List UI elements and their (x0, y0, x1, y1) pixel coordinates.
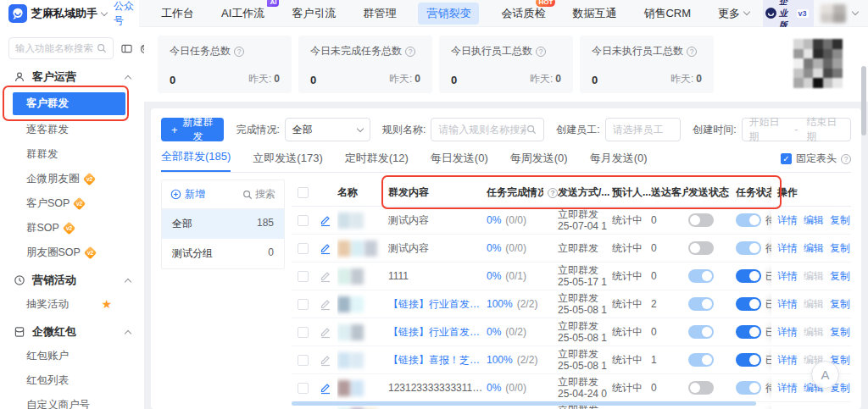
content-link[interactable]: 【链接】行业首发丨... (388, 325, 487, 340)
favorite-star-icon[interactable]: ★ (101, 297, 112, 311)
content-link[interactable]: 【链接】喜报！芝麻... (388, 353, 487, 368)
task-status-toggle[interactable] (736, 269, 761, 283)
row-checkbox[interactable] (298, 355, 309, 366)
nav-item-1[interactable]: 工作台 (161, 6, 194, 21)
new-broadcast-button[interactable]: + 新建群发 (161, 118, 224, 141)
tab-2[interactable]: 立即发送(173) (253, 151, 322, 172)
row-checkbox[interactable] (298, 327, 309, 338)
action-复制[interactable]: 复制 (830, 297, 850, 312)
rule-name-input[interactable]: 请输入规则名称搜索 (431, 118, 544, 141)
row-checkbox[interactable] (298, 271, 309, 282)
action-详情[interactable]: 详情 (777, 297, 798, 312)
collapse-chevron-up-icon[interactable] (125, 278, 131, 285)
send-status-toggle[interactable] (688, 353, 714, 367)
sidebar-item-群SOP[interactable]: 群SOPv2 (13, 218, 125, 238)
creator-select[interactable]: 请选择员工 (605, 118, 682, 141)
brand-chevron-down-icon[interactable] (101, 8, 108, 15)
action-复制[interactable]: 复制 (830, 269, 850, 284)
nav-item-5[interactable]: 营销裂变 (418, 3, 479, 25)
sidebar-section-3[interactable]: 企微红包 (14, 323, 131, 341)
action-详情[interactable]: 详情 (777, 269, 798, 284)
action-详情[interactable]: 详情 (777, 353, 798, 368)
tab-3[interactable]: 定时群发(12) (345, 151, 409, 172)
sidebar-item-抽奖活动[interactable]: 抽奖活动★ (13, 294, 125, 314)
nav-item-9[interactable]: 更多 (718, 6, 749, 21)
send-status-toggle[interactable] (688, 297, 714, 311)
edit-pencil-icon[interactable] (320, 242, 331, 255)
edit-pencil-icon[interactable] (320, 382, 331, 395)
send-status-toggle[interactable] (688, 325, 714, 339)
action-复制[interactable]: 复制 (830, 213, 850, 228)
sidebar-section-2[interactable]: 营销活动 (14, 271, 131, 290)
sidebar-search-input[interactable]: 输入功能名称搜索 (8, 37, 114, 59)
sidebar-item-自定义商户号[interactable]: 自定义商户号 (13, 395, 125, 409)
nav-item-3[interactable]: 客户引流 (292, 6, 336, 21)
send-status-toggle[interactable] (688, 269, 714, 283)
task-status-toggle[interactable] (736, 353, 761, 367)
completion-percent[interactable]: 0% (487, 214, 501, 226)
send-status-toggle[interactable] (688, 241, 714, 255)
task-status-toggle[interactable] (736, 381, 761, 395)
official-account-link[interactable]: 公众号 (114, 0, 134, 28)
action-详情[interactable]: 详情 (777, 213, 798, 228)
action-编辑[interactable]: 编辑 (804, 213, 824, 228)
sidebar-item-红包列表[interactable]: 红包列表 (13, 370, 125, 390)
content-link[interactable]: 【链接】行业首发丨... (388, 297, 487, 312)
action-复制[interactable]: 复制 (830, 325, 850, 340)
action-详情[interactable]: 详情 (777, 325, 798, 340)
completion-percent[interactable]: 0% (487, 326, 501, 338)
action-编辑[interactable]: 编辑 (804, 325, 824, 340)
sidebar-item-朋友圈SOP[interactable]: 朋友圈SOPv2 (13, 242, 125, 263)
tab-6[interactable]: 每月发送(0) (590, 151, 648, 172)
sidebar-item-客户SOP[interactable]: 客户SOPv2 (13, 193, 125, 213)
user-avatar[interactable] (821, 4, 846, 23)
send-status-toggle[interactable] (688, 381, 714, 395)
collapse-chevron-up-icon[interactable] (125, 75, 131, 81)
nav-item-6[interactable]: 会话质检HOT (501, 6, 545, 21)
edit-pencil-icon[interactable] (320, 214, 331, 227)
account-chevron-down-icon[interactable] (852, 8, 859, 15)
action-编辑[interactable]: 编辑 (804, 241, 824, 256)
completion-select[interactable]: 全部 (285, 118, 370, 141)
row-checkbox[interactable] (298, 243, 309, 254)
edit-pencil-icon[interactable] (320, 326, 331, 339)
action-复制[interactable]: 复制 (830, 241, 850, 256)
vertical-scrollbar[interactable] (861, 61, 866, 409)
fixed-header-option[interactable]: ✓ 固定表头 ? (781, 152, 851, 172)
edit-pencil-icon[interactable] (320, 298, 331, 311)
action-编辑[interactable]: 编辑 (804, 269, 824, 284)
edit-pencil-icon[interactable] (320, 354, 331, 367)
sidebar-item-逐客群发[interactable]: 逐客群发 (13, 119, 125, 140)
sidebar-item-企微朋友圈[interactable]: 企微朋友圈v2 (13, 169, 125, 189)
action-编辑[interactable]: 编辑 (804, 297, 824, 312)
task-status-toggle[interactable] (736, 213, 761, 227)
group-item-全部[interactable]: 全部185 (162, 209, 284, 239)
date-range-picker[interactable]: 开始日期 - 结束日期 (742, 118, 851, 141)
row-checkbox[interactable] (298, 299, 309, 310)
action-详情[interactable]: 详情 (777, 241, 798, 256)
collapse-sidebar-icon[interactable] (121, 43, 132, 54)
fixed-header-checkbox[interactable]: ✓ (781, 153, 792, 164)
task-status-toggle[interactable] (736, 241, 761, 255)
group-item-测试分组[interactable]: 测试分组0 (162, 239, 284, 268)
horizontal-scrollbar[interactable] (292, 401, 756, 406)
row-checkbox[interactable] (298, 383, 309, 394)
tab-5[interactable]: 每周发送(0) (510, 151, 568, 172)
floating-assistant-button[interactable]: A (811, 361, 839, 389)
completion-percent[interactable]: 0% (487, 270, 501, 282)
sidebar-item-红包账户[interactable]: 红包账户 (13, 345, 125, 366)
tab-1[interactable]: 全部群发(185) (161, 149, 231, 172)
nav-item-4[interactable]: 群管理 (363, 6, 396, 21)
edit-pencil-icon[interactable] (320, 270, 331, 283)
nav-item-2[interactable]: AI工作流AI (221, 6, 264, 21)
completion-percent[interactable]: 0% (487, 382, 501, 394)
sidebar-item-群群发[interactable]: 群群发 (13, 144, 125, 164)
completion-percent[interactable]: 100% (487, 298, 513, 310)
nav-item-7[interactable]: 数据互通 (572, 6, 616, 21)
nav-item-8[interactable]: 销售CRM (643, 6, 691, 21)
task-status-toggle[interactable] (736, 297, 761, 311)
add-group-button[interactable]: 新增 (170, 187, 205, 202)
row-checkbox[interactable] (298, 215, 309, 226)
collapse-chevron-up-icon[interactable] (125, 329, 131, 336)
action-详情[interactable]: 详情 (777, 381, 798, 395)
